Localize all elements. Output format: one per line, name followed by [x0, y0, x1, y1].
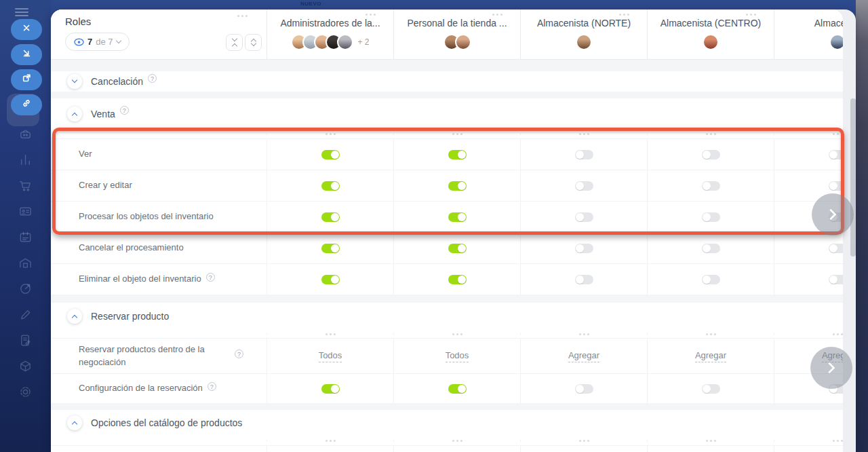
role-name[interactable]: Almacenista (CENTRO)	[660, 18, 762, 29]
column-menu-dots[interactable]	[492, 14, 502, 16]
permission-toggle[interactable]	[448, 244, 467, 253]
cell-menu-dots[interactable]	[706, 333, 716, 335]
permission-toggle[interactable]	[321, 275, 340, 284]
role-name[interactable]: Personal de la tienda ...	[407, 18, 507, 29]
permission-toggle[interactable]	[321, 181, 340, 191]
sidebar-item-warehouse[interactable]	[18, 255, 33, 271]
avatar[interactable]	[703, 34, 719, 50]
permission-toggle[interactable]	[829, 275, 844, 284]
permission-toggle[interactable]	[702, 212, 720, 222]
extra-members-count[interactable]: + 2	[357, 37, 369, 47]
permission-toggle[interactable]	[575, 212, 593, 222]
help-icon[interactable]: ?	[120, 106, 129, 115]
cell-menu-dots[interactable]	[452, 333, 462, 335]
permission-toggle[interactable]	[575, 150, 593, 159]
cell-menu-dots[interactable]	[326, 133, 336, 135]
permission-label: Crear y editar	[51, 170, 267, 201]
vertical-scrollbar[interactable]	[850, 98, 856, 257]
cell-menu-dots[interactable]	[706, 133, 716, 135]
role-name[interactable]: Almacenista (NORTE)	[537, 18, 631, 29]
help-icon[interactable]: ?	[235, 350, 243, 358]
role-name[interactable]: Almacenist	[814, 18, 843, 29]
avatar[interactable]	[337, 34, 353, 50]
role-column-header: Almacenista (CENTRO)	[647, 10, 774, 60]
cell-menu-dots[interactable]	[579, 133, 589, 135]
permission-toggle[interactable]	[702, 244, 720, 253]
shopping-cart-icon	[18, 184, 33, 195]
permission-toggle[interactable]	[448, 181, 467, 191]
sidebar-item-shopping-cart[interactable]	[18, 178, 33, 193]
permission-toggle[interactable]	[448, 275, 467, 284]
column-menu-dots[interactable]	[619, 14, 629, 16]
cell-menu-dots[interactable]	[579, 333, 589, 335]
permission-value-link[interactable]: Agregar	[695, 350, 726, 362]
permission-toggle[interactable]	[321, 384, 340, 394]
permission-toggle[interactable]	[575, 181, 593, 191]
roles-menu-dots[interactable]	[237, 15, 248, 17]
open-window-icon	[22, 73, 32, 86]
collapse-all-button[interactable]	[226, 34, 243, 51]
permission-value-link[interactable]: Agregar	[568, 350, 599, 362]
permission-toggle[interactable]	[702, 181, 720, 191]
cell-menu-dots[interactable]	[833, 440, 843, 442]
permission-label: Eliminar el objeto del inventario?	[51, 264, 267, 295]
section-collapse-button[interactable]	[67, 415, 82, 430]
sidebar-item-robot[interactable]	[18, 126, 33, 142]
permission-toggle[interactable]	[575, 275, 593, 284]
hamburger-menu-icon[interactable]	[15, 8, 28, 18]
roles-filter[interactable]: 7 de 7	[65, 33, 130, 51]
sidebar-item-gear[interactable]	[18, 384, 33, 400]
column-menu-dots[interactable]	[746, 14, 756, 16]
sidebar-item-bar-chart[interactable]	[18, 152, 33, 168]
sidebar-item-target[interactable]	[18, 281, 33, 297]
cell-menu-dots[interactable]	[452, 133, 462, 135]
permission-value-link[interactable]: Todos	[319, 350, 342, 362]
role-name[interactable]: Administradores de la...	[280, 18, 380, 29]
help-icon[interactable]: ?	[208, 382, 216, 391]
sidebar-item-calendar[interactable]	[18, 229, 33, 245]
column-menu-dots[interactable]	[366, 14, 376, 16]
permission-toggle[interactable]	[448, 384, 467, 394]
scroll-right-button[interactable]	[812, 193, 854, 236]
permission-toggle[interactable]	[829, 181, 844, 191]
permission-value-link[interactable]: Todos	[446, 350, 469, 362]
permission-toggle[interactable]	[321, 212, 340, 222]
cell-menu-dots[interactable]	[706, 440, 716, 442]
cell-menu-dots[interactable]	[579, 440, 589, 442]
close-icon	[22, 23, 32, 36]
minimize-button[interactable]	[11, 44, 42, 65]
avatar[interactable]	[455, 34, 471, 50]
sidebar-item-id-card[interactable]	[18, 204, 33, 219]
section-collapse-button[interactable]	[67, 309, 82, 324]
avatar[interactable]	[829, 34, 843, 50]
sidebar-item-package[interactable]	[18, 358, 33, 374]
avatar[interactable]	[576, 34, 592, 50]
open-new-window-button[interactable]	[11, 69, 42, 90]
close-button[interactable]	[11, 19, 42, 40]
permission-toggle[interactable]	[321, 150, 340, 159]
permission-toggle[interactable]	[575, 384, 593, 394]
cell-menu-dots[interactable]	[833, 133, 843, 135]
cell-menu-dots[interactable]	[833, 333, 843, 335]
section-collapse-button[interactable]	[67, 107, 82, 121]
permission-toggle[interactable]	[829, 244, 844, 253]
permission-toggle[interactable]	[575, 244, 593, 253]
scroll-right-button[interactable]	[810, 347, 852, 389]
help-icon[interactable]: ?	[206, 273, 215, 282]
sort-button[interactable]	[245, 34, 262, 51]
permission-toggle[interactable]	[829, 150, 844, 159]
section-expand-button[interactable]	[67, 74, 82, 89]
sidebar-item-pencil[interactable]	[18, 307, 33, 322]
permission-toggle[interactable]	[321, 244, 340, 253]
permission-toggle[interactable]	[702, 384, 720, 394]
permission-toggle[interactable]	[448, 150, 467, 159]
permission-toggle[interactable]	[702, 275, 720, 284]
sidebar-item-document[interactable]	[18, 333, 33, 348]
permission-toggle[interactable]	[448, 212, 467, 222]
copy-link-button[interactable]	[11, 94, 42, 115]
help-icon[interactable]: ?	[148, 74, 157, 83]
cell-menu-dots[interactable]	[452, 440, 462, 442]
permission-toggle[interactable]	[702, 150, 720, 159]
cell-menu-dots[interactable]	[326, 333, 336, 335]
cell-menu-dots[interactable]	[326, 440, 336, 442]
